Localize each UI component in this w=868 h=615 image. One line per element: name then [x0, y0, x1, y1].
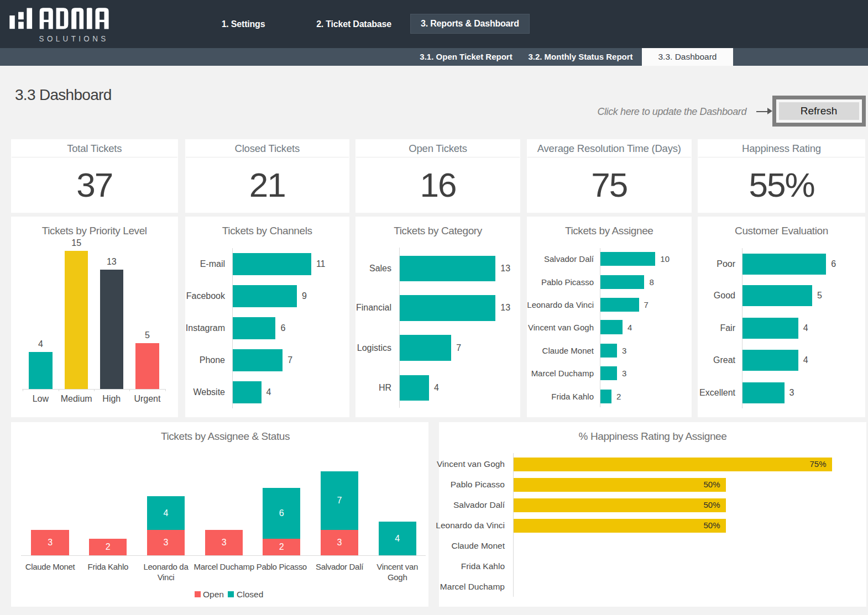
svg-text:SOLUTIONS: SOLUTIONS — [39, 34, 109, 43]
